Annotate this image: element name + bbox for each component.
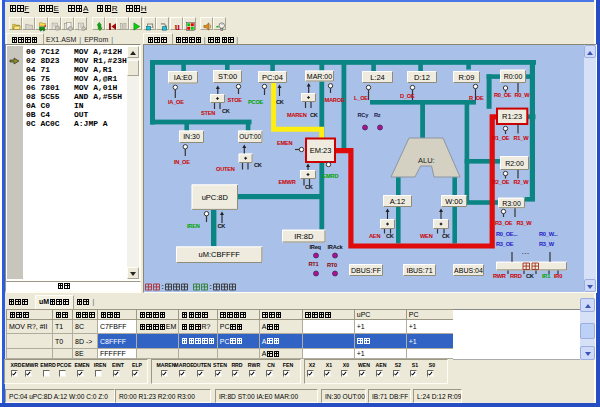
svg-text:EMRD: EMRD xyxy=(323,173,339,179)
svg-text:uM:CBFFFF: uM:CBFFFF xyxy=(199,250,241,259)
svg-text:IA:E0: IA:E0 xyxy=(174,73,192,82)
svg-text:Rz: Rz xyxy=(374,112,381,118)
svg-text:IReq: IReq xyxy=(310,244,322,250)
svg-text:CK: CK xyxy=(254,162,263,168)
svg-text:IRAck: IRAck xyxy=(328,244,344,250)
svg-text:OUT:00: OUT:00 xyxy=(239,133,261,140)
svg-text:IR:8D: IR:8D xyxy=(294,232,314,241)
svg-text:R0_OE: R0_OE xyxy=(494,92,512,98)
svg-text:IR0: IR0 xyxy=(554,273,562,279)
svg-text:L:24: L:24 xyxy=(370,73,385,82)
svg-text:PC:04: PC:04 xyxy=(262,73,283,82)
svg-text:AEN: AEN xyxy=(369,233,380,239)
svg-text:IR1: IR1 xyxy=(542,273,550,279)
svg-text:. . .: . . . xyxy=(522,249,529,255)
svg-text:RWR: RWR xyxy=(493,273,506,279)
svg-text:R2_OE: R2_OE xyxy=(492,179,510,185)
svg-text:CK: CK xyxy=(222,108,231,114)
svg-text:CK: CK xyxy=(218,223,227,229)
svg-text:D:12: D:12 xyxy=(414,73,430,82)
svg-text:R0:00: R0:00 xyxy=(504,73,523,80)
svg-text:MAROE: MAROE xyxy=(325,97,345,103)
svg-text:R_OE: R_OE xyxy=(469,95,484,101)
svg-text:CK: CK xyxy=(526,273,535,279)
svg-text:MAREN: MAREN xyxy=(287,112,307,118)
svg-text:CK: CK xyxy=(310,112,319,118)
svg-text:u: u xyxy=(174,21,179,31)
svg-text:ST:00: ST:00 xyxy=(218,72,237,81)
svg-text:R3_W: R3_W xyxy=(517,220,533,226)
svg-text::: : xyxy=(210,283,212,290)
svg-text:RCy: RCy xyxy=(358,112,370,118)
svg-text:R2_W: R2_W xyxy=(514,179,530,185)
svg-text:D_OE: D_OE xyxy=(400,93,415,99)
svg-text:ABUS:04: ABUS:04 xyxy=(454,267,483,274)
svg-text:R1_OE: R1_OE xyxy=(492,135,510,141)
svg-text:CK: CK xyxy=(386,233,395,239)
svg-text:R2:00: R2:00 xyxy=(505,160,524,167)
svg-text:IN_OE: IN_OE xyxy=(174,159,190,165)
svg-text:EMWR: EMWR xyxy=(279,179,296,185)
svg-text:CK: CK xyxy=(305,184,314,190)
svg-text:RT0: RT0 xyxy=(327,262,337,268)
svg-text:ALU:: ALU: xyxy=(418,156,435,165)
svg-text:RT1: RT1 xyxy=(309,261,319,267)
svg-text:R0_W...: R0_W... xyxy=(539,231,558,237)
svg-text:R3_OE: R3_OE xyxy=(496,241,514,247)
svg-text:R3_OE: R3_OE xyxy=(495,220,513,226)
svg-text:WEN: WEN xyxy=(420,233,433,239)
svg-text:R0_W: R0_W xyxy=(515,92,531,98)
svg-text:IA_OE: IA_OE xyxy=(168,99,184,105)
svg-text:uPC:8D: uPC:8D xyxy=(202,193,229,202)
svg-text:CK: CK xyxy=(276,99,285,105)
svg-text:R3_W: R3_W xyxy=(539,241,555,247)
svg-text:A:12: A:12 xyxy=(390,197,405,206)
svg-text:EMEN: EMEN xyxy=(277,140,293,146)
svg-text::: : xyxy=(162,283,164,290)
svg-text:W:00: W:00 xyxy=(445,197,462,206)
svg-text:IBUS:71: IBUS:71 xyxy=(406,267,432,274)
svg-text:R3:00: R3:00 xyxy=(502,200,521,207)
svg-text:STEN: STEN xyxy=(201,110,215,116)
svg-text:L_OE: L_OE xyxy=(354,95,368,101)
svg-text:PCOE: PCOE xyxy=(248,99,264,105)
svg-text:R0_OE...: R0_OE... xyxy=(496,231,518,237)
svg-text:MAR:00: MAR:00 xyxy=(307,73,332,80)
svg-text:STOE: STOE xyxy=(228,97,243,103)
svg-text:DBUS:FF: DBUS:FF xyxy=(351,267,381,274)
svg-text:EM:23: EM:23 xyxy=(310,146,332,155)
svg-text:R1_W: R1_W xyxy=(514,135,530,141)
svg-text:R:09: R:09 xyxy=(459,73,475,82)
svg-text:OUTEN: OUTEN xyxy=(216,166,235,172)
svg-text:IN:30: IN:30 xyxy=(183,133,200,140)
svg-text:R1:23: R1:23 xyxy=(502,112,522,121)
svg-text:CK: CK xyxy=(442,233,451,239)
svg-text:RRD: RRD xyxy=(510,273,522,279)
svg-text:IREN: IREN xyxy=(187,223,200,229)
